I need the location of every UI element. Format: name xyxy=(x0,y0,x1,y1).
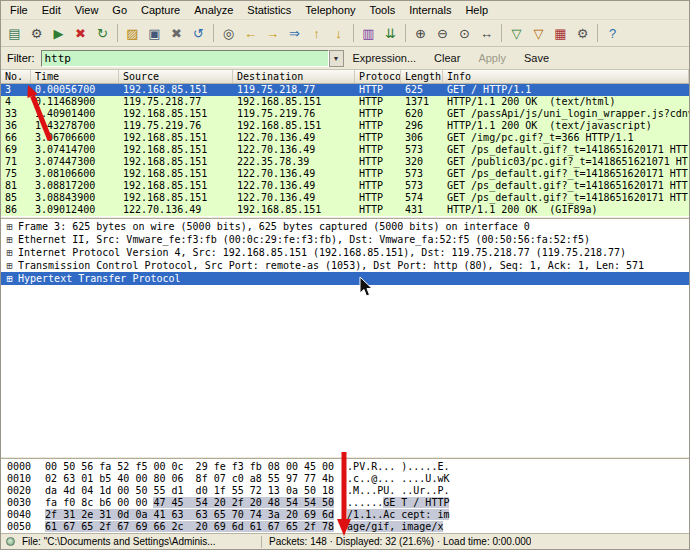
expand-plus-icon[interactable]: ⊞ xyxy=(4,220,15,233)
column-header-protocol[interactable]: Protocol xyxy=(355,70,401,83)
hex-row[interactable]: 005061 67 65 2f 67 69 66 2c 20 69 6d 61 … xyxy=(7,521,689,533)
menu-item-analyze[interactable]: Analyze xyxy=(187,2,240,18)
filter-input[interactable] xyxy=(41,50,329,67)
hex-offset: 0030 xyxy=(7,497,31,508)
capture-filter-icon[interactable]: ▽ xyxy=(506,23,527,44)
capture-stop-icon[interactable]: ✖ xyxy=(70,23,91,44)
reload-icon[interactable]: ↺ xyxy=(188,23,209,44)
hex-row[interactable]: 000000 50 56 fa 52 f5 00 0c 29 fe f3 fb … xyxy=(7,461,689,473)
zoom-out-icon[interactable]: ⊖ xyxy=(432,23,453,44)
packet-cell: HTTP xyxy=(355,96,401,108)
resize-columns-icon[interactable]: ↔ xyxy=(476,23,497,44)
hex-row[interactable]: 00402f 31 2e 31 0d 0a 41 63 63 65 70 74 … xyxy=(7,509,689,521)
capture-start-icon[interactable]: ▶ xyxy=(48,23,69,44)
column-header-no[interactable]: No. xyxy=(1,70,31,83)
packet-row[interactable]: 713.07447300192.168.85.151222.35.78.39HT… xyxy=(1,156,689,168)
colorize-icon[interactable]: ▥ xyxy=(358,23,379,44)
autoscroll-icon[interactable]: ⇊ xyxy=(380,23,401,44)
clear-button[interactable]: Clear xyxy=(434,52,460,64)
packet-row[interactable]: 753.08106600192.168.85.151122.70.136.49H… xyxy=(1,168,689,180)
packet-row[interactable]: 331.40901400192.168.85.151119.75.219.76H… xyxy=(1,108,689,120)
go-forward-icon[interactable]: → xyxy=(262,23,283,44)
capture-options-icon[interactable]: ⚙ xyxy=(26,23,47,44)
save-button[interactable]: Save xyxy=(524,52,549,64)
packet-cell: 122.70.136.49 xyxy=(233,132,355,144)
apply-button[interactable]: Apply xyxy=(478,52,506,64)
go-top-icon[interactable]: ↑ xyxy=(306,23,327,44)
hex-row[interactable]: 001002 63 01 b5 40 00 80 06 8f 07 c0 a8 … xyxy=(7,473,689,485)
detail-tree-line[interactable]: ⊞Hypertext Transfer Protocol xyxy=(1,272,689,285)
go-back-icon[interactable]: ← xyxy=(240,23,261,44)
open-file-icon[interactable]: ▨ xyxy=(122,23,143,44)
packet-row[interactable]: 853.08843900192.168.85.151122.70.136.49H… xyxy=(1,192,689,204)
menu-item-file[interactable]: File xyxy=(3,2,35,18)
hex-ascii: ......GE T / HTTP xyxy=(347,497,449,508)
packet-row[interactable]: 863.09012400122.70.136.49192.168.85.151H… xyxy=(1,204,689,216)
filter-dropdown-arrow-icon[interactable]: ▼ xyxy=(329,50,344,67)
packet-cell: 574 xyxy=(401,192,443,204)
go-to-packet-icon[interactable]: ⇒ xyxy=(284,23,305,44)
menu-item-go[interactable]: Go xyxy=(105,2,134,18)
expand-plus-icon[interactable]: ⊞ xyxy=(4,233,15,246)
detail-tree-line[interactable]: ⊞Transmission Control Protocol, Src Port… xyxy=(1,259,689,272)
packet-cell: 122.70.136.49 xyxy=(233,192,355,204)
packet-cell: 119.75.219.76 xyxy=(119,120,233,132)
packet-row[interactable]: 663.06706600192.168.85.151122.70.136.49H… xyxy=(1,132,689,144)
coloring-rules-icon[interactable]: ▦ xyxy=(550,23,571,44)
packet-cell: 1371 xyxy=(401,96,443,108)
display-filter-icon[interactable]: ▽ xyxy=(528,23,549,44)
column-header-destination[interactable]: Destination xyxy=(233,70,355,83)
packet-row[interactable]: 361.43278700119.75.219.76192.168.85.151H… xyxy=(1,120,689,132)
close-file-icon[interactable]: ✖ xyxy=(166,23,187,44)
column-header-time[interactable]: Time xyxy=(31,70,119,83)
find-packet-icon[interactable]: ◎ xyxy=(218,23,239,44)
menu-item-internals[interactable]: Internals xyxy=(402,2,458,18)
column-header-length[interactable]: Length xyxy=(401,70,443,83)
menu-item-tools[interactable]: Tools xyxy=(363,2,403,18)
hex-bytes: 2f 31 2e 31 0d 0a 41 63 63 65 70 74 3a 2… xyxy=(45,509,337,521)
menu-item-telephony[interactable]: Telephony xyxy=(298,2,362,18)
help-icon[interactable]: ? xyxy=(602,23,623,44)
preferences-icon[interactable]: ⚙ xyxy=(572,23,593,44)
detail-tree-line[interactable]: ⊞Internet Protocol Version 4, Src: 192.1… xyxy=(1,246,689,259)
expand-plus-icon[interactable]: ⊞ xyxy=(4,259,15,272)
expand-plus-icon[interactable]: ⊞ xyxy=(4,272,15,285)
detail-tree-line[interactable]: ⊞Frame 3: 625 bytes on wire (5000 bits),… xyxy=(1,220,689,233)
packet-cell: HTTP xyxy=(355,108,401,120)
packet-row[interactable]: 693.07414700192.168.85.151122.70.136.49H… xyxy=(1,144,689,156)
packet-row[interactable]: 30.00056700192.168.85.151119.75.218.77HT… xyxy=(1,84,689,96)
column-header-source[interactable]: Source xyxy=(119,70,233,83)
packet-cell: 573 xyxy=(401,144,443,156)
filter-button[interactable]: Filter: xyxy=(5,50,41,66)
expression-button[interactable]: Expression... xyxy=(353,52,417,64)
expert-info-icon[interactable] xyxy=(6,537,15,546)
hex-row[interactable]: 0020da 4d 04 1d 00 50 55 d1 d0 1f 55 72 … xyxy=(7,485,689,497)
zoom-reset-icon[interactable]: ⊙ xyxy=(454,23,475,44)
expand-plus-icon[interactable]: ⊞ xyxy=(4,246,15,259)
menu-item-view[interactable]: View xyxy=(68,2,106,18)
save-file-icon[interactable]: ▣ xyxy=(144,23,165,44)
packet-cell: GET /ps_default.gif?_t=1418651620171 HTT xyxy=(443,144,689,156)
hex-bytes: 00 50 56 fa 52 f5 00 0c 29 fe f3 fb 08 0… xyxy=(45,461,337,473)
list-interfaces-icon[interactable]: ▤ xyxy=(4,23,25,44)
packet-cell: 573 xyxy=(401,168,443,180)
menu-item-statistics[interactable]: Statistics xyxy=(240,2,298,18)
packet-cell: 119.75.218.77 xyxy=(119,96,233,108)
packet-cell: 33 xyxy=(1,108,31,120)
packet-row[interactable]: 813.08817200192.168.85.151122.70.136.49H… xyxy=(1,180,689,192)
packet-cell: 192.168.85.151 xyxy=(119,132,233,144)
packet-cell: 122.70.136.49 xyxy=(233,168,355,180)
column-header-info[interactable]: Info xyxy=(443,70,689,83)
zoom-in-icon[interactable]: ⊕ xyxy=(410,23,431,44)
packet-row[interactable]: 40.11468900119.75.218.77192.168.85.151HT… xyxy=(1,96,689,108)
go-bottom-icon[interactable]: ↓ xyxy=(328,23,349,44)
menu-item-help[interactable]: Help xyxy=(458,2,495,18)
detail-text: Hypertext Transfer Protocol xyxy=(18,272,181,285)
menu-item-capture[interactable]: Capture xyxy=(134,2,187,18)
packet-cell: 192.168.85.151 xyxy=(119,144,233,156)
detail-tree-line[interactable]: ⊞Ethernet II, Src: Vmware_fe:f3:fb (00:0… xyxy=(1,233,689,246)
menu-item-edit[interactable]: Edit xyxy=(35,2,68,18)
hex-bytes: da 4d 04 1d 00 50 55 d1 d0 1f 55 72 13 0… xyxy=(45,485,337,497)
capture-restart-icon[interactable]: ↻ xyxy=(92,23,113,44)
hex-row[interactable]: 0030fa f0 8c b6 00 00 47 45 54 20 2f 20 … xyxy=(7,497,689,509)
